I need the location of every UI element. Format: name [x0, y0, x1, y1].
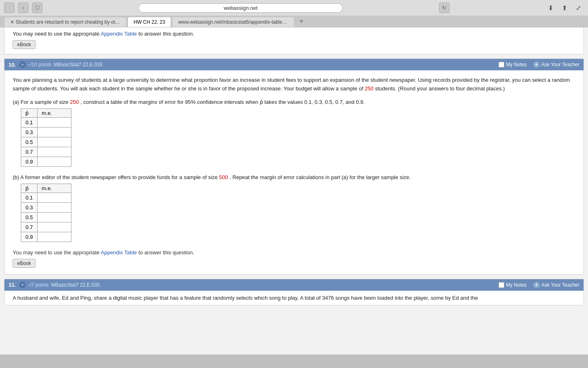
address-bar[interactable]: webassign.net [138, 3, 343, 13]
download-button[interactable]: ⬇ [546, 2, 556, 13]
q10-a-highlight: 250 [70, 99, 79, 105]
notes-icon [499, 62, 504, 67]
q10-a-row1-me [38, 117, 71, 127]
question-10-notes-button[interactable]: My Notes [496, 61, 529, 68]
tab-pdf-label: www.webassign.net/mbasicstat6/appendix-t… [178, 19, 293, 25]
question-11-plus-icon[interactable]: + [19, 282, 26, 288]
q10-b-row5-me [38, 232, 71, 242]
question-11-notes-button[interactable]: My Notes [496, 281, 529, 289]
question-11-number: 11. [9, 282, 16, 288]
q10-a-before: (a) For a sample of size [13, 99, 69, 105]
reload-button[interactable]: ↻ [439, 2, 450, 13]
q10-b-row2-me [38, 202, 71, 212]
window-button[interactable]: ☐ [32, 2, 42, 13]
q10-b-row1-p: 0.1 [21, 193, 38, 202]
table-row: 0.7 [21, 222, 71, 232]
q10-a-input-2[interactable] [40, 128, 69, 136]
top-footnote-text2: to answer this question. [138, 31, 194, 37]
previous-question-footer: You may need to use the appropriate Appe… [4, 27, 584, 54]
q10-b-input-5[interactable] [40, 233, 69, 241]
table-row: 0.5 [21, 212, 71, 222]
q10-part-a-table: p̂ m.e. 0.1 0.3 [21, 108, 71, 167]
top-ebook-button[interactable]: eBook [13, 40, 36, 49]
question-10-header-right: My Notes + Ask Your Teacher [496, 61, 579, 68]
question-11-header: 11. + –/7 points MBasicStat7 22.E.035. M… [4, 279, 584, 291]
question-10-points: –/10 points [27, 62, 51, 67]
notes-icon-11 [499, 282, 504, 288]
question-11-ask-teacher-label: Ask Your Teacher [541, 282, 579, 288]
q10-a-after: , construct a table of the margins of er… [80, 99, 365, 105]
fullscreen-button[interactable]: ⤢ [573, 2, 584, 13]
tab-add-button[interactable]: + [295, 16, 307, 27]
q10-a-input-4[interactable] [40, 148, 69, 156]
forward-button[interactable]: › [18, 2, 29, 13]
q10-a-row2-me [38, 127, 71, 137]
q10-a-input-5[interactable] [40, 158, 69, 166]
q10-b-row5-p: 0.9 [21, 232, 38, 242]
q10-b-row2-p: 0.3 [21, 202, 38, 212]
q10-text-2: students. (Round your answers to four de… [375, 85, 505, 92]
question-11-block: 11. + –/7 points MBasicStat7 22.E.035. M… [4, 279, 584, 305]
question-10-body: You are planning a survey of students at… [4, 70, 584, 274]
ask-teacher-plus-icon: + [533, 61, 540, 68]
q10-a-row5-p: 0.9 [21, 157, 38, 166]
back-button[interactable]: ‹ [4, 2, 15, 13]
q10-b-col1-header: p̂ [21, 184, 38, 193]
q10-b-input-1[interactable] [40, 194, 69, 202]
question-10-ask-teacher-button[interactable]: + Ask Your Teacher [533, 61, 579, 68]
q10-b-input-2[interactable] [40, 204, 69, 211]
q10-a-col1-header: p̂ [21, 108, 38, 117]
question-11-text: A husband and wife, Ed and Ping, share a… [13, 295, 575, 301]
question-10-ebook-button[interactable]: eBook [13, 259, 36, 268]
browser-chrome: ‹ › ☐ webassign.net ↻ ⬇ ⬆ ⤢ ✕ Students a… [0, 0, 588, 27]
q10-a-row1-p: 0.1 [21, 117, 38, 127]
q10-a-row3-me [38, 137, 71, 147]
q10-part-b-table: p̂ m.e. 0.1 0.3 [21, 184, 71, 242]
q10-appendix-link[interactable]: Appendix Table [101, 249, 137, 256]
q10-a-row4-me [38, 147, 71, 157]
q10-a-row5-me [38, 157, 71, 166]
question-10-header: 10. + –/10 points MBasicStat7 22.E.033. … [4, 59, 584, 70]
tab-hw[interactable]: HW CH 22, 23 [127, 17, 171, 27]
question-10-part-b: (b) A former editor of the student newsp… [13, 174, 575, 242]
q10-a-row3-p: 0.5 [21, 137, 38, 147]
table-row: 0.5 [21, 137, 71, 147]
ask-teacher-plus-icon-11: + [533, 282, 540, 288]
share-icon: ⬆ [562, 4, 567, 12]
question-11-ask-teacher-button[interactable]: + Ask Your Teacher [533, 282, 579, 288]
question-10-plus-icon[interactable]: + [19, 61, 26, 68]
tab-pdf[interactable]: www.webassign.net/mbasicstat6/appendix-t… [172, 17, 294, 27]
tabs-bar: ✕ Students are reluctant to report cheat… [0, 16, 588, 27]
table-row: 0.1 [21, 117, 71, 127]
q10-b-input-4[interactable] [40, 223, 69, 231]
question-10-part-a: (a) For a sample of size 250 , construct… [13, 99, 575, 167]
question-10-number: 10. [9, 62, 16, 68]
q10-b-input-3[interactable] [40, 213, 69, 221]
q10-footnote-text: You may need to use the appropriate [13, 249, 100, 256]
q10-b-row3-p: 0.5 [21, 212, 38, 222]
table-row: 0.7 [21, 147, 71, 157]
top-footnote: You may need to use the appropriate Appe… [13, 31, 575, 37]
question-11-body: A husband and wife, Ed and Ping, share a… [4, 291, 584, 305]
tab-students[interactable]: ✕ Students are reluctant to report cheat… [4, 17, 127, 27]
q10-b-after: . Repeat the margin of error calculation… [229, 174, 411, 180]
tab-hw-label: HW CH 22, 23 [134, 19, 165, 25]
forward-icon: › [22, 5, 24, 11]
share-button[interactable]: ⬆ [559, 2, 570, 13]
q10-b-row4-me [38, 222, 71, 232]
back-icon: ‹ [9, 5, 10, 11]
q10-a-input-3[interactable] [40, 138, 69, 146]
question-10-course-code: MBasicStat7 22.E.033. [54, 62, 104, 67]
table-row: 0.3 [21, 127, 71, 137]
table-row: 0.9 [21, 232, 71, 242]
question-10-notes-label: My Notes [506, 62, 527, 67]
fullscreen-icon: ⤢ [576, 4, 581, 12]
q10-part-a-text: (a) For a sample of size 250 , construct… [13, 99, 575, 105]
q10-highlight-250: 250 [365, 85, 374, 92]
question-10-footnote: You may need to use the appropriate Appe… [13, 249, 575, 256]
table-row: 0.3 [21, 202, 71, 212]
q10-a-input-1[interactable] [40, 119, 69, 126]
q10-part-b-text: (b) A former editor of the student newsp… [13, 174, 575, 180]
top-appendix-link[interactable]: Appendix Table [101, 31, 137, 37]
question-11-points: –/7 points [27, 282, 49, 288]
